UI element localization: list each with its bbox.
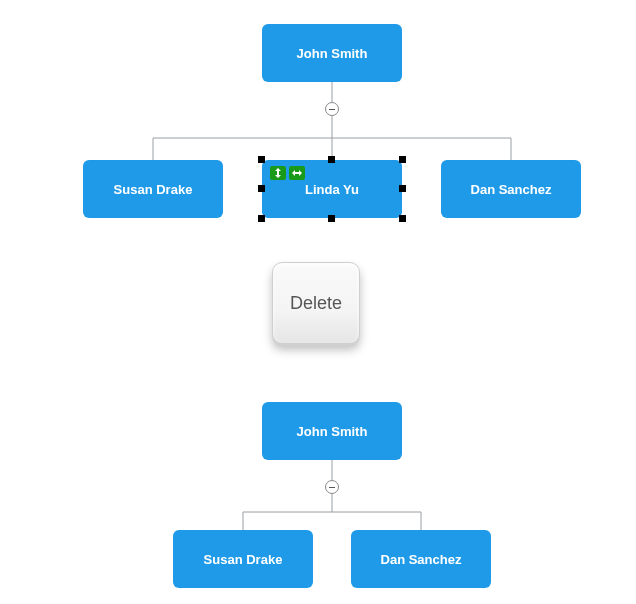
resize-handle-s-icon[interactable] bbox=[328, 215, 335, 222]
resize-handle-w-icon[interactable] bbox=[258, 185, 265, 192]
resize-handle-nw-icon[interactable] bbox=[258, 156, 265, 163]
selection-action-badges bbox=[270, 166, 305, 180]
collapse-toggle[interactable] bbox=[325, 102, 339, 116]
org-node-root[interactable]: John Smith bbox=[262, 24, 402, 82]
org-node-child[interactable]: Dan Sanchez bbox=[441, 160, 581, 218]
resize-handle-se-icon[interactable] bbox=[399, 215, 406, 222]
delete-key: Delete bbox=[272, 262, 360, 344]
resize-handle-sw-icon[interactable] bbox=[258, 215, 265, 222]
delete-key-label: Delete bbox=[290, 293, 342, 314]
org-node-child[interactable]: Dan Sanchez bbox=[351, 530, 491, 588]
org-node-child[interactable]: Susan Drake bbox=[83, 160, 223, 218]
resize-handle-n-icon[interactable] bbox=[328, 156, 335, 163]
move-vertical-icon[interactable] bbox=[270, 166, 286, 180]
resize-handle-e-icon[interactable] bbox=[399, 185, 406, 192]
resize-handle-ne-icon[interactable] bbox=[399, 156, 406, 163]
collapse-toggle[interactable] bbox=[325, 480, 339, 494]
org-node-root[interactable]: John Smith bbox=[262, 402, 402, 460]
org-node-child[interactable]: Susan Drake bbox=[173, 530, 313, 588]
move-horizontal-icon[interactable] bbox=[289, 166, 305, 180]
